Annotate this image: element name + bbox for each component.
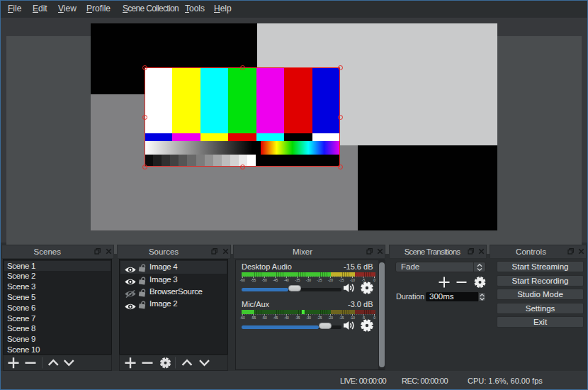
svg-text:-30: -30 xyxy=(306,279,311,282)
svg-text:-45: -45 xyxy=(273,316,278,320)
svg-text:-50: -50 xyxy=(262,279,267,282)
svg-text:-60: -60 xyxy=(240,316,245,320)
svg-text:-45: -45 xyxy=(273,279,278,282)
svg-text:-35: -35 xyxy=(295,279,300,282)
svg-text:-55: -55 xyxy=(251,279,256,282)
svg-text:-20: -20 xyxy=(328,279,333,282)
svg-text:-30: -30 xyxy=(306,316,311,320)
svg-text:-25: -25 xyxy=(317,316,322,320)
svg-text:-50: -50 xyxy=(262,316,267,320)
svg-text:-40: -40 xyxy=(284,279,289,282)
svg-text:-25: -25 xyxy=(317,279,322,282)
svg-text:-60: -60 xyxy=(240,279,245,282)
svg-text:-35: -35 xyxy=(295,316,300,320)
svg-text:-55: -55 xyxy=(251,316,256,320)
svg-text:-40: -40 xyxy=(284,316,289,320)
svg-text:-20: -20 xyxy=(328,316,333,320)
